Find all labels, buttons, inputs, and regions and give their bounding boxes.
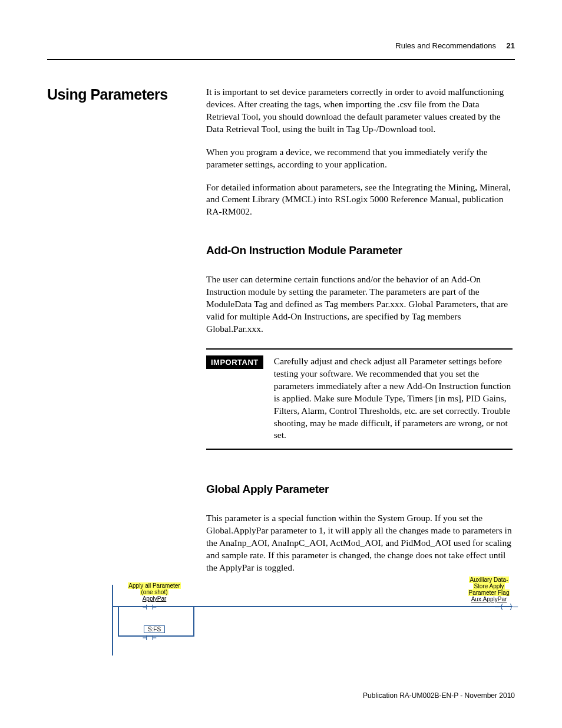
header-rule (47, 59, 515, 60)
addon-p1: The user can determine certain functions… (206, 274, 513, 335)
global-p1: This parameter is a special function wit… (206, 512, 513, 574)
intro-p3: For detailed information about parameter… (206, 182, 513, 219)
header-text: Rules and Recommendations 21 (395, 41, 515, 50)
important-body: Carefully adjust and check adjust all Pa… (274, 355, 513, 442)
subheading-global: Global Apply Parameter (206, 483, 513, 496)
right-coil-label: Auxiliary Data- Store Apply Parameter Fl… (462, 577, 515, 602)
footer-text: Publication RA-UM002B-EN-P - November 20… (363, 691, 515, 700)
page: Rules and Recommendations 21 Using Param… (0, 0, 562, 728)
ladder-diagram: Apply all Parameter (one shot) ApplyPar … (47, 585, 515, 655)
right-column: It is important to set device parameters… (206, 86, 513, 574)
left-comment-l2: (one shot) (140, 589, 168, 595)
content: Using Parameters It is important to set … (47, 86, 515, 655)
contact-sfs: ⊣ ⊢ (143, 633, 156, 642)
right-comment-l1: Auxiliary Data- (469, 577, 508, 583)
intro-p1: It is important to set device parameters… (206, 86, 513, 136)
sfs-label: S:FS (137, 626, 172, 633)
power-rail (112, 585, 113, 655)
right-comment-l2: Store Apply (473, 583, 504, 589)
intro-p2: When you program a device, we recommend … (206, 146, 513, 171)
left-comment-l1: Apply all Parameter (128, 582, 180, 589)
sfs-tag: S:FS (144, 625, 165, 633)
important-callout: IMPORTANT Carefully adjust and check adj… (206, 348, 513, 450)
contact-applypar: ⊣ ⊢ (143, 602, 156, 611)
header-section: Rules and Recommendations (395, 41, 496, 50)
left-tag: ApplyPar (143, 595, 167, 602)
left-column: Using Parameters (47, 86, 197, 103)
page-header: Rules and Recommendations 21 (47, 41, 515, 58)
subheading-addon: Add-On Instruction Module Parameter (206, 244, 513, 257)
right-tag: Aux.ApplyPar (471, 596, 507, 602)
left-contact-label: Apply all Parameter (one shot) ApplyPar (125, 582, 184, 602)
header-page-number: 21 (507, 41, 515, 50)
right-comment-l3: Parameter Flag (468, 589, 510, 596)
important-label: IMPORTANT (206, 355, 263, 369)
section-title: Using Parameters (47, 86, 197, 103)
coil-auxapplypar: ─( )─ (495, 602, 518, 611)
